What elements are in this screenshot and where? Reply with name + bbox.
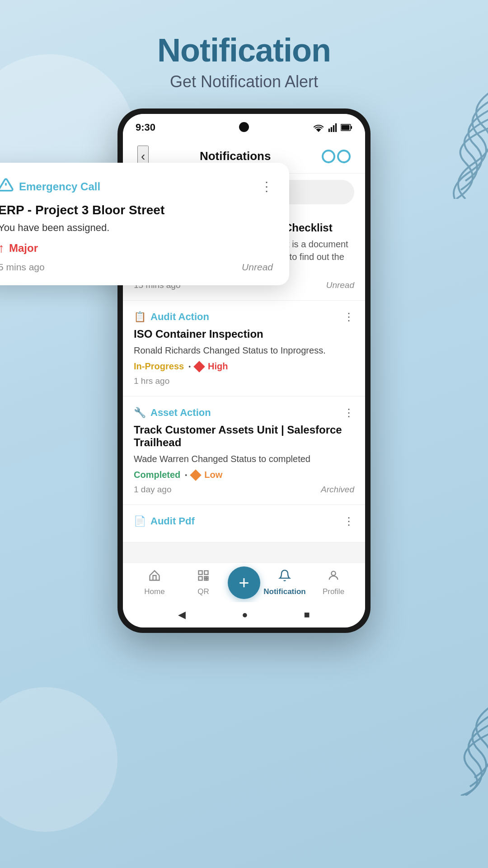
asset-desc: Wade Warren Changed Status to completed (134, 453, 354, 465)
auditpdf-more-button[interactable]: ⋮ (343, 515, 354, 528)
audit-desc: Ronald Richards Changed Status to Inprog… (134, 344, 354, 357)
emergency-card-header: Emergency Call ⋮ (0, 177, 273, 196)
emergency-time: 5 mins ago (0, 262, 45, 273)
emergency-card-priority: ↑ Major (0, 241, 273, 255)
asset-icon: 🔧 (134, 407, 146, 419)
audit-type: 📋 Audit Action (134, 311, 209, 323)
emergency-type-label: Emergency Call (19, 180, 100, 193)
asset-type: 🔧 Asset Action (134, 407, 211, 419)
asset-title: Track Customer Assets Unit | Salesforce … (134, 424, 354, 449)
nav-item-profile[interactable]: Profile (309, 569, 358, 596)
bg-circle-bottom (0, 687, 117, 832)
audit-header: 📋 Audit Action ⋮ (134, 311, 354, 323)
page-title: Notification (0, 32, 488, 69)
svg-rect-3 (335, 123, 337, 132)
workplace-unread: Unread (326, 280, 354, 290)
svg-rect-14 (204, 579, 206, 580)
android-home[interactable]: ● (242, 609, 248, 621)
warning-icon (0, 177, 14, 196)
asset-more-button[interactable]: ⋮ (343, 406, 354, 419)
fab-icon: + (239, 574, 249, 592)
battery-icon (341, 124, 352, 131)
asset-archived: Archived (321, 485, 354, 495)
auditpdf-type: 📄 Audit Pdf (134, 515, 195, 527)
svg-rect-0 (328, 129, 330, 132)
asset-dot: • (185, 472, 187, 479)
camera-dot (239, 122, 249, 132)
nav-item-qr[interactable]: QR (179, 569, 228, 596)
svg-rect-2 (333, 125, 334, 132)
audit-time: 1 hrs ago (134, 376, 169, 386)
nav-label-home: Home (144, 587, 164, 596)
nav-item-notification[interactable]: Notification (260, 569, 309, 596)
audit-icon: 📋 (134, 311, 146, 323)
infinity-circle-2 (337, 150, 351, 163)
deco-lines-bottom-right (411, 705, 488, 796)
asset-footer: 1 day ago Archived (134, 485, 354, 495)
page-subtitle: Get Notification Alert (0, 72, 488, 91)
high-diamond (193, 361, 205, 372)
nav-label-profile: Profile (323, 587, 344, 596)
status-icons (313, 123, 352, 132)
svg-rect-12 (204, 576, 206, 578)
emergency-card-title: ERP - Project 3 Bloor Street (0, 203, 273, 217)
android-nav: ◀ ● ■ (123, 602, 365, 627)
emergency-more-button[interactable]: ⋮ (260, 179, 273, 194)
profile-icon (327, 569, 340, 585)
notification-item-auditpdf[interactable]: 📄 Audit Pdf ⋮ (123, 505, 365, 542)
emergency-unread: Unread (242, 262, 273, 273)
svg-rect-5 (351, 126, 352, 129)
qr-icon (197, 569, 210, 585)
status-time: 9:30 (136, 122, 155, 133)
svg-rect-10 (204, 571, 208, 574)
asset-time: 1 day ago (134, 485, 171, 495)
audit-title: ISO Container Inspection (134, 328, 354, 340)
asset-priority: Low (192, 470, 222, 480)
svg-rect-15 (206, 579, 208, 580)
fab-button[interactable]: + (228, 566, 260, 599)
signal-icon (328, 123, 337, 132)
auditpdf-icon: 📄 (134, 515, 146, 527)
audit-more-button[interactable]: ⋮ (343, 311, 354, 323)
nav-label-qr: QR (197, 587, 209, 596)
asset-tags: Completed • Low (134, 470, 354, 480)
nav-item-home[interactable]: Home (130, 569, 179, 596)
svg-rect-9 (199, 571, 202, 574)
svg-rect-11 (199, 576, 202, 580)
emergency-card-footer: 5 mins ago Unread (0, 262, 273, 273)
audit-tags: In-Progress • High (134, 361, 354, 372)
infinity-icon[interactable] (322, 150, 351, 163)
emergency-card-type: Emergency Call (0, 177, 100, 196)
asset-header: 🔧 Asset Action ⋮ (134, 406, 354, 419)
audit-dot: • (188, 363, 191, 370)
page-header: Notification Get Notification Alert (0, 0, 488, 105)
bottom-nav: Home QR + (123, 562, 365, 602)
svg-rect-13 (206, 576, 208, 578)
android-recent[interactable]: ■ (304, 609, 310, 621)
audit-footer: 1 hrs ago (134, 376, 354, 386)
asset-status-tag: Completed (134, 470, 180, 480)
status-bar: 9:30 (123, 114, 365, 139)
notification-item-asset[interactable]: 🔧 Asset Action ⋮ Track Customer Assets U… (123, 396, 365, 505)
emergency-card-desc: You have been assigned. (0, 222, 273, 234)
svg-point-16 (331, 571, 335, 575)
auditpdf-header: 📄 Audit Pdf ⋮ (134, 515, 354, 528)
nav-label-notification: Notification (263, 587, 306, 596)
priority-arrow-icon: ↑ (0, 241, 5, 255)
low-diamond (190, 469, 202, 481)
home-icon (148, 569, 161, 585)
notification-icon (278, 569, 291, 585)
priority-label: Major (9, 242, 38, 255)
svg-rect-6 (342, 125, 350, 130)
audit-status-tag: In-Progress (134, 361, 184, 372)
emergency-call-card[interactable]: Emergency Call ⋮ ERP - Project 3 Bloor S… (0, 163, 289, 285)
audit-priority: High (195, 361, 228, 372)
infinity-circle-1 (322, 150, 335, 163)
svg-rect-1 (331, 127, 332, 132)
notification-item-audit[interactable]: 📋 Audit Action ⋮ ISO Container Inspectio… (123, 301, 365, 396)
android-back[interactable]: ◀ (178, 609, 186, 621)
wifi-icon (313, 123, 324, 132)
nav-title: Notifications (149, 149, 322, 163)
